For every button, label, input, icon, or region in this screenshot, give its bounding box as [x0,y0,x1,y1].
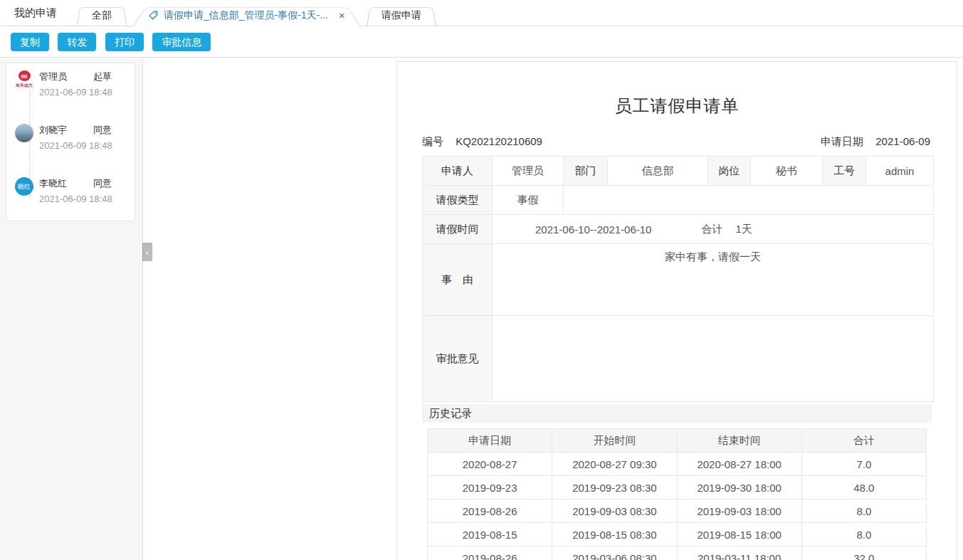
tab-leave-request-detail[interactable]: 请假申请_信息部_管理员-事假-1天-... × [133,5,360,26]
history-cell: 8.0 [801,523,926,546]
leave-type-empty-cell [564,186,934,215]
history-section-title: 历史记录 [422,404,932,423]
form-meta-row: 编号 KQ202120210609 申请日期 2021-06-09 [422,135,932,149]
history-cell: 2019-09-30 18:00 [677,476,801,500]
history-cell: 2019-08-26 [428,500,552,523]
print-button[interactable]: 打印 [105,33,144,51]
timeline-datetime: 2021-06-09 18:48 [39,87,126,97]
page-title: 我的申请 [14,6,57,20]
number-value: KQ202120210609 [456,135,542,147]
history-cell: 2020-08-27 18:00 [677,453,801,476]
timeline-item-approve-2[interactable]: 晓红 李晓红 同意 2021-06-09 18:48 [15,177,126,204]
tab-label: 全部 [92,5,112,25]
position-label: 岗位 [708,157,751,186]
history-row: 2019-09-232019-09-23 08:302019-09-30 18:… [428,476,927,500]
user-photo-avatar [15,124,33,142]
chevron-left-icon: ‹ [146,247,149,258]
reason-label: 事 由 [423,244,493,316]
history-row: 2019-08-152019-08-15 08:302019-08-15 18:… [428,523,927,546]
approval-timeline-card: ∞ 华天动力 管理员 起草 2021-06-09 18:48 刘晓宇 同意 [6,63,135,221]
history-cell: 2019-09-03 08:30 [552,500,677,523]
total-label: 合计 [701,223,722,236]
tag-icon [148,10,159,21]
timeline-action: 同意 [93,124,112,137]
history-cell: 2019-08-15 [428,523,552,546]
history-cell: 2019-08-15 18:00 [677,523,801,546]
content-area: ∞ 华天动力 管理员 起草 2021-06-09 18:48 刘晓宇 同意 [0,58,963,560]
approval-sidebar: ∞ 华天动力 管理员 起草 2021-06-09 18:48 刘晓宇 同意 [0,58,143,560]
apply-date-label: 申请日期 [821,135,863,147]
leave-form-panel: 员工请假申请单 编号 KQ202120210609 申请日期 2021-06-0… [396,61,957,560]
logo-text: 华天动力 [16,83,33,89]
history-row: 2019-08-262019-03-06 08:302019-03-11 18:… [428,546,927,560]
department-value: 信息部 [608,157,708,186]
leave-type-label: 请假类型 [423,186,493,215]
leave-time-label: 请假时间 [423,215,493,244]
employee-id-value: admin [866,157,934,186]
toolbar: 复制 转发 打印 审批信息 [0,26,963,58]
history-cell: 2019-03-11 18:00 [677,546,801,560]
history-cell: 2019-08-26 [428,546,552,560]
number-label: 编号 [422,135,443,147]
user-initials-avatar: 晓红 [15,177,33,196]
applicant-value: 管理员 [493,157,564,186]
leave-time-range: 2021-06-10--2021-06-10 [535,223,651,236]
history-cell: 32.0 [801,546,926,560]
history-cell: 2019-03-06 08:30 [552,546,677,560]
history-header-cell: 合计 [801,429,926,453]
forward-button[interactable]: 转发 [58,33,96,51]
timeline-item-approve-1[interactable]: 刘晓宇 同意 2021-06-09 18:48 [15,124,126,151]
leave-time-cell: 2021-06-10--2021-06-10 合计 1天 [493,215,934,244]
tab-label: 请假申请_信息部_管理员-事假-1天-... [164,5,328,25]
history-row: 2020-08-272020-08-27 09:302020-08-27 18:… [428,453,927,476]
timeline-datetime: 2021-06-09 18:48 [39,194,126,204]
total-value: 1天 [735,223,752,236]
timeline-action: 同意 [93,177,112,190]
history-cell: 2020-08-27 [428,453,552,476]
history-cell: 2019-08-15 08:30 [552,523,677,546]
sidebar-collapse-handle[interactable]: ‹ [142,243,152,261]
reason-value: 家中有事，请假一天 [493,244,934,316]
apply-date-value: 2021-06-09 [875,135,930,147]
history-cell: 7.0 [801,453,926,476]
timeline-name: 刘晓宇 [39,124,67,137]
approval-info-button[interactable]: 审批信息 [152,33,211,51]
history-header-cell: 申请日期 [428,429,552,453]
tab-bar: 我的申请 全部 请假申请_信息部_管理员-事假-1天-... × 请假申请 [0,0,963,26]
approval-opinion-value [493,316,934,402]
leave-type-value: 事假 [493,186,564,215]
position-value: 秘书 [751,157,823,186]
history-header-cell: 结束时间 [677,429,801,453]
timeline-datetime: 2021-06-09 18:48 [39,140,126,151]
approval-opinion-label: 审批意见 [423,316,493,402]
timeline-name: 管理员 [39,70,67,83]
tab-all[interactable]: 全部 [77,5,127,26]
applicant-label: 申请人 [423,157,493,186]
history-header-cell: 开始时间 [552,429,677,453]
tab-leave-request[interactable]: 请假申请 [367,5,436,26]
history-table: 申请日期开始时间结束时间合计 2020-08-272020-08-27 09:3… [427,428,927,560]
close-icon[interactable]: × [339,10,345,21]
history-cell: 8.0 [801,500,926,523]
timeline-action: 起草 [93,70,112,83]
employee-id-label: 工号 [823,157,866,186]
timeline-item-draft[interactable]: ∞ 华天动力 管理员 起草 2021-06-09 18:48 [15,70,126,97]
history-cell: 2019-09-23 08:30 [552,476,677,500]
tabs: 全部 请假申请_信息部_管理员-事假-1天-... × 请假申请 [77,5,443,26]
history-cell: 2019-09-23 [428,476,552,500]
history-cell: 2019-09-03 18:00 [677,500,801,523]
history-cell: 48.0 [801,476,926,500]
tab-label: 请假申请 [381,5,421,25]
history-cell: 2020-08-27 09:30 [552,453,677,476]
company-logo-avatar: ∞ 华天动力 [15,70,33,89]
department-label: 部门 [564,157,608,186]
history-header-row: 申请日期开始时间结束时间合计 [428,429,927,453]
timeline-name: 李晓红 [39,177,67,190]
infinity-logo-icon: ∞ [19,70,31,81]
form-title: 员工请假申请单 [422,95,932,117]
history-row: 2019-08-262019-09-03 08:302019-09-03 18:… [428,500,927,523]
copy-button[interactable]: 复制 [11,33,49,51]
leave-form-table: 申请人 管理员 部门 信息部 岗位 秘书 工号 admin 请假类型 事假 请假… [422,156,934,402]
